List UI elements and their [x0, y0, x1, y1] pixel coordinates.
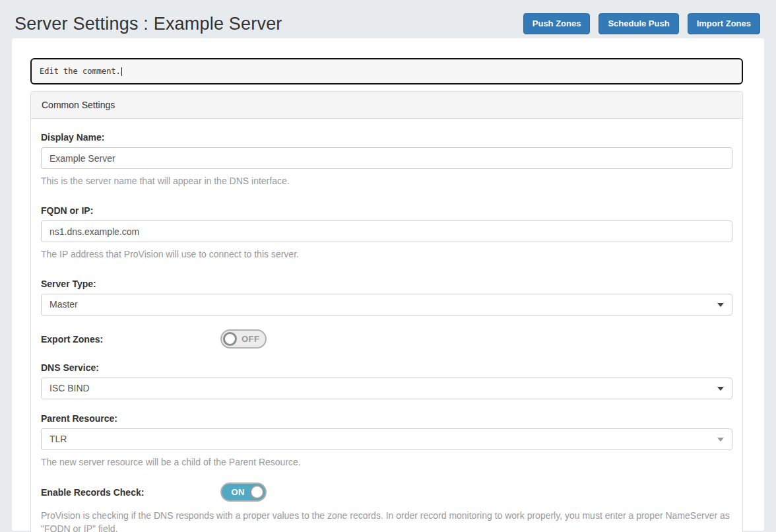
dns-service-group: DNS Service: ISC BIND — [41, 362, 732, 399]
push-zones-button[interactable]: Push Zones — [523, 13, 591, 34]
parent-resource-value: TLR — [41, 428, 732, 450]
toggle-knob-icon — [223, 332, 237, 346]
page-header: Server Settings : Example Server Push Zo… — [0, 0, 776, 38]
export-zones-group: Export Zones: OFF — [41, 329, 732, 349]
common-settings-panel: Common Settings Display Name: This is th… — [30, 91, 743, 532]
dropdown-arrow-icon — [717, 303, 724, 307]
records-check-toggle[interactable]: ON — [220, 482, 267, 502]
comment-textarea[interactable]: Edit the comment. — [30, 58, 743, 84]
page-title: Server Settings : Example Server — [15, 14, 282, 34]
toggle-state-label: OFF — [240, 334, 261, 344]
dns-service-select[interactable]: ISC BIND — [41, 378, 732, 399]
toggle-knob-icon — [250, 485, 264, 499]
server-type-label: Server Type: — [41, 279, 732, 289]
settings-card: Edit the comment. Common Settings Displa… — [12, 38, 764, 531]
display-name-help: This is the server name that will appear… — [41, 175, 732, 187]
server-type-select[interactable]: Master — [41, 294, 732, 316]
fqdn-group: FQDN or IP: The IP address that ProVisio… — [41, 205, 732, 261]
display-name-input[interactable] — [41, 147, 732, 169]
records-check-label: Enable Records Check: — [41, 487, 220, 498]
dropdown-arrow-icon — [717, 438, 724, 442]
parent-resource-help: The new server resource will be a child … — [41, 456, 732, 469]
records-check-help: ProVision is checking if the DNS respond… — [41, 509, 732, 532]
dns-service-label: DNS Service: — [41, 362, 732, 373]
fqdn-label: FQDN or IP: — [41, 205, 732, 216]
parent-resource-select[interactable]: TLR — [41, 428, 732, 450]
dropdown-arrow-icon — [717, 387, 724, 391]
records-check-group: Enable Records Check: ON — [41, 482, 732, 502]
display-name-group: Display Name: This is the server name th… — [41, 132, 732, 187]
server-type-value: Master — [41, 294, 732, 316]
fqdn-help: The IP address that ProVision will use t… — [41, 248, 732, 261]
export-zones-toggle[interactable]: OFF — [220, 329, 267, 349]
header-buttons: Push Zones Schedule Push Import Zones — [523, 13, 760, 34]
server-type-group: Server Type: Master — [41, 279, 732, 316]
schedule-push-button[interactable]: Schedule Push — [598, 13, 678, 34]
panel-header: Common Settings — [31, 92, 742, 119]
toggle-state-label: ON — [230, 487, 247, 497]
export-zones-label: Export Zones: — [41, 334, 220, 345]
display-name-label: Display Name: — [41, 132, 732, 143]
import-zones-button[interactable]: Import Zones — [688, 13, 760, 34]
fqdn-input[interactable] — [41, 220, 732, 242]
panel-body: Display Name: This is the server name th… — [31, 119, 742, 532]
comment-text: Edit the comment. — [40, 67, 121, 76]
text-cursor — [121, 67, 122, 76]
parent-resource-group: Parent Resource: TLR The new server reso… — [41, 413, 732, 469]
parent-resource-label: Parent Resource: — [41, 413, 732, 424]
dns-service-value: ISC BIND — [41, 378, 732, 399]
